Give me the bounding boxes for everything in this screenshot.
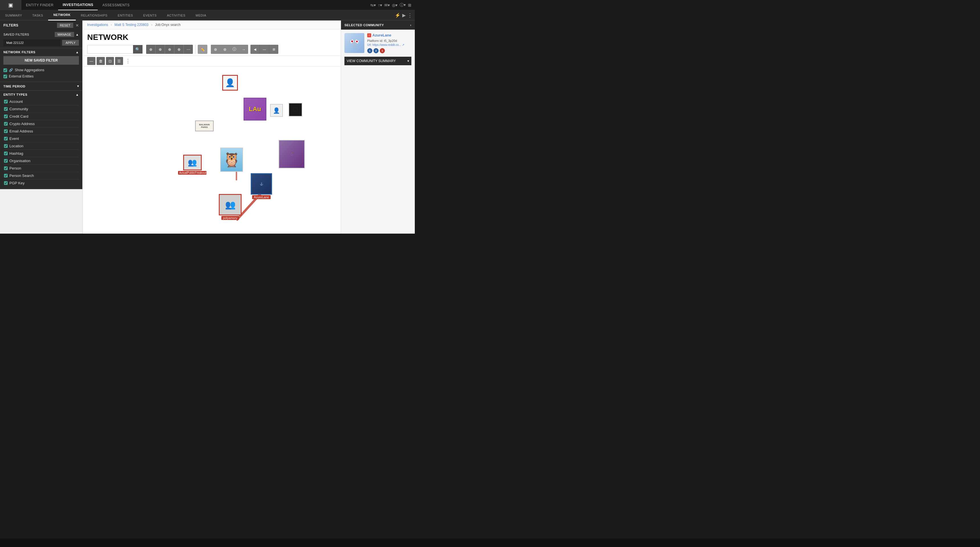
search-input[interactable] — [88, 46, 133, 52]
collapse-icon[interactable]: ▲ — [76, 33, 79, 36]
entity-email-checkbox[interactable] — [4, 129, 8, 133]
external-entities-item[interactable]: External Entities — [3, 73, 79, 80]
add-group-btn[interactable]: ⊕ — [165, 45, 174, 54]
nav-investigations[interactable]: INVESTIGATIONS — [58, 0, 98, 10]
info-icon[interactable]: ⓘ▾ — [400, 3, 406, 8]
entity-type-person-search[interactable]: Person Search — [3, 172, 79, 180]
entity-type-email[interactable]: Email Address — [3, 128, 79, 135]
entity-org-checkbox[interactable] — [4, 159, 8, 163]
actual-public-freakouts-node[interactable]: 👥 ActualPublicFreakouts — [178, 155, 207, 175]
view-community-summary-button[interactable]: VIEW COMMUNITY SUMMARY ▾ — [344, 57, 411, 65]
view-btn1[interactable]: ◀ — [250, 45, 259, 54]
right-panel-content: 🎌 r AzureLane Platform id: t5_3p20d Url:… — [341, 30, 415, 234]
tab-activities[interactable]: ACTIVITIES — [162, 10, 191, 21]
time-period-expand[interactable]: ▾ — [77, 84, 79, 88]
community-url[interactable]: Url: https://www.reddit.co... ↗ — [367, 43, 411, 46]
community-avatar[interactable]: 🎌 — [344, 33, 364, 53]
owl-node[interactable]: 🦉 — [220, 148, 243, 172]
entity-hashtag-checkbox[interactable] — [4, 151, 8, 155]
expand-icon[interactable]: ▲ — [76, 51, 79, 54]
entity-types-title: ENTITY TYPES ▲ — [3, 93, 79, 96]
right-panel-expand[interactable]: › — [410, 23, 411, 27]
add-edge-btn[interactable]: ⊕ — [156, 45, 165, 54]
entity-type-account[interactable]: Account — [3, 98, 79, 105]
polyamory-node[interactable]: 👥 polyamory — [219, 194, 242, 220]
entity-type-crypto-address[interactable]: Crypto Address — [3, 120, 79, 128]
entity-type-pgp-key[interactable]: PGP Key — [3, 180, 79, 187]
entity-type-event[interactable]: Event — [3, 135, 79, 142]
entity-location-checkbox[interactable] — [4, 144, 8, 148]
layout-btn4[interactable]: → — [239, 45, 248, 54]
entity-person-search-checkbox[interactable] — [4, 174, 8, 178]
tab-events[interactable]: EVENTS — [138, 10, 162, 21]
logo[interactable]: ▣ — [0, 0, 21, 10]
entity-community-checkbox[interactable] — [4, 107, 8, 111]
sync-icon[interactable]: ⇆▾ — [370, 3, 376, 7]
entity-type-community[interactable]: Community — [3, 105, 79, 113]
entity-types-collapse[interactable]: ▲ — [76, 93, 79, 96]
minus-btn[interactable]: — — [87, 57, 95, 65]
play-icon[interactable]: ▶ — [402, 13, 406, 18]
nav-assessments[interactable]: ASSESSMENTS — [98, 0, 134, 10]
person-top-node[interactable]: 👤 — [222, 75, 238, 91]
azurelane-node[interactable]: ⚓ AzureLane — [251, 173, 272, 199]
entity-person-checkbox[interactable] — [4, 166, 8, 170]
grid-icon[interactable]: ⊞ — [408, 3, 411, 7]
external-entities-checkbox[interactable] — [3, 75, 7, 78]
list-btn[interactable]: ☰ — [115, 57, 123, 65]
woman-portrait-node[interactable]: 🧍‍♀️ — [278, 140, 305, 169]
entity-type-hashtag[interactable]: Hashtag — [3, 150, 79, 157]
pencil-btn[interactable]: ✏️ — [198, 45, 207, 54]
entity-event-checkbox[interactable] — [4, 137, 8, 140]
entity-type-organisation[interactable]: Organisation — [3, 157, 79, 165]
delete-btn[interactable]: 🗑 — [97, 57, 105, 65]
apply-button[interactable]: APPLY — [62, 40, 79, 46]
saved-filter-input[interactable] — [3, 39, 60, 46]
tab-relationships[interactable]: RELATIONSHIPS — [76, 10, 113, 21]
tab-media[interactable]: MEDIA — [191, 10, 212, 21]
entity-account-checkbox[interactable] — [4, 100, 8, 103]
show-aggregations-checkbox[interactable] — [3, 68, 7, 72]
entity-pgp-checkbox[interactable] — [4, 181, 8, 185]
close-filters-button[interactable]: ✕ — [75, 23, 79, 28]
tab-summary[interactable]: SUMMARY — [0, 10, 27, 21]
top-navigation: ▣ ENTITY FINDER INVESTIGATIONS ASSESSMEN… — [0, 0, 415, 10]
upload-icon[interactable]: ↑▾ — [378, 3, 382, 7]
tab-tasks[interactable]: TASKS — [27, 10, 48, 21]
breadcrumb-project[interactable]: Matt S Testing 220803 — [115, 23, 148, 27]
tab-network[interactable]: NETWORK — [48, 10, 75, 21]
show-aggregations-item[interactable]: 🔗 Show Aggregations — [3, 67, 79, 73]
tab-entities[interactable]: ENTITIES — [113, 10, 138, 21]
dotted-btn[interactable]: ⋯ — [184, 45, 193, 54]
mail-icon[interactable]: ✉▾ — [384, 3, 390, 7]
laur-node[interactable]: LAu — [243, 98, 266, 121]
view-btn2[interactable]: — — [260, 45, 269, 54]
entity-type-credit-card[interactable]: Credit Card — [3, 113, 79, 120]
add-node-btn[interactable]: ⊕ — [146, 45, 155, 54]
node-btn[interactable]: ⊡ — [106, 57, 114, 65]
balmain-node[interactable]: BALMAINPARIS — [195, 121, 214, 131]
network-canvas[interactable]: 👤 LAu 👤 🖼 — [83, 67, 341, 234]
manage-button[interactable]: MANAGE — [55, 32, 74, 37]
entity-credit-card-checkbox[interactable] — [4, 114, 8, 118]
reset-button[interactable]: RESET — [57, 23, 73, 28]
more-options-btn[interactable]: ⋮ — [124, 58, 132, 64]
layout-btn3[interactable]: ⓘ — [230, 45, 239, 54]
share-btn[interactable]: ⊕ — [174, 45, 183, 54]
dark-thumb-node[interactable]: 🖼 — [289, 103, 302, 116]
lightning-icon[interactable]: ⚡ — [395, 13, 401, 18]
person-sm-node[interactable]: 👤 — [270, 104, 283, 117]
nav-entity-finder[interactable]: ENTITY FINDER — [21, 0, 58, 10]
layout-btn1[interactable]: ⊛ — [211, 45, 220, 54]
more-icon[interactable]: ⋮ — [407, 12, 412, 19]
entity-type-location[interactable]: Location — [3, 142, 79, 150]
layout-btn2[interactable]: ⊚ — [220, 45, 229, 54]
view-btn3[interactable]: ⊞ — [269, 45, 278, 54]
search-button[interactable]: 🔍 — [133, 45, 142, 54]
entity-crypto-checkbox[interactable] — [4, 122, 8, 126]
new-saved-filter-button[interactable]: NEW SAVED FILTER — [3, 56, 79, 65]
breadcrumb-investigations[interactable]: Investigations — [87, 23, 108, 27]
user-icon[interactable]: ◎▾ — [392, 3, 398, 7]
entity-type-person[interactable]: Person — [3, 165, 79, 172]
entity-event-label: Event — [10, 137, 19, 141]
